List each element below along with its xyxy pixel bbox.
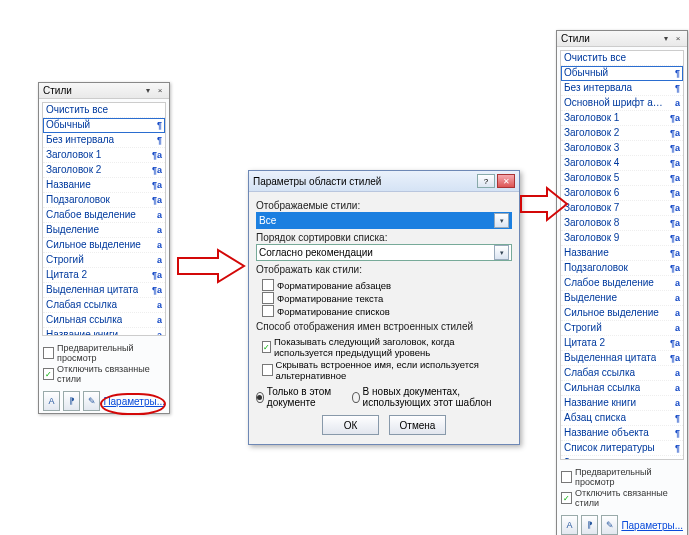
- checkbox-icon[interactable]: ✓: [561, 492, 572, 504]
- disable-linked-checkbox-row[interactable]: ✓ Отключить связанные стили: [561, 488, 683, 508]
- style-row[interactable]: Название объекта¶: [561, 426, 683, 441]
- chk-text-formatting[interactable]: Форматирование текста: [262, 292, 512, 304]
- style-type-icon: a: [148, 239, 162, 251]
- checkbox-icon[interactable]: ✓: [43, 368, 54, 380]
- style-row[interactable]: Очистить все: [43, 103, 165, 118]
- style-row[interactable]: Заголовок 6¶a: [561, 186, 683, 201]
- style-row[interactable]: Список литературы¶: [561, 441, 683, 456]
- styles-pane-right: Стили ▾ × Очистить всеОбычный¶Без интерв…: [556, 30, 688, 535]
- styles-list[interactable]: Очистить всеОбычный¶Без интервала¶Заголо…: [42, 102, 166, 336]
- style-row[interactable]: Обычный¶: [43, 118, 165, 133]
- dialog-close-button[interactable]: ✕: [497, 174, 515, 188]
- pane-menu-icon[interactable]: ▾: [143, 86, 153, 96]
- manage-styles-button[interactable]: ✎: [83, 391, 100, 411]
- style-row[interactable]: Заголовок 5¶a: [561, 171, 683, 186]
- style-row[interactable]: Обычный¶: [561, 66, 683, 81]
- style-name: Заголовок 2: [564, 127, 619, 139]
- style-row[interactable]: Заголовок 2¶a: [43, 163, 165, 178]
- style-row[interactable]: Выделенная цитата¶a: [43, 283, 165, 298]
- style-row[interactable]: Заголовок 3¶a: [561, 141, 683, 156]
- options-link[interactable]: Параметры...: [621, 520, 683, 531]
- style-row[interactable]: Название¶a: [561, 246, 683, 261]
- cancel-button[interactable]: Отмена: [389, 415, 446, 435]
- style-row[interactable]: Слабое выделениеa: [43, 208, 165, 223]
- style-row[interactable]: Заголовок 1¶a: [561, 111, 683, 126]
- style-row[interactable]: Выделениеa: [43, 223, 165, 238]
- style-row[interactable]: Без интервала¶: [561, 81, 683, 96]
- style-inspector-button[interactable]: ⁋: [581, 515, 598, 535]
- checkbox-icon[interactable]: ✓: [262, 341, 271, 353]
- radio-icon[interactable]: [352, 392, 360, 403]
- style-row[interactable]: Очистить все: [561, 51, 683, 66]
- style-row[interactable]: Выделенная цитата¶a: [561, 351, 683, 366]
- radio-new-documents[interactable]: В новых документах, использующих этот ша…: [352, 386, 512, 408]
- style-row[interactable]: Название¶a: [43, 178, 165, 193]
- style-row[interactable]: Цитата 2¶a: [561, 336, 683, 351]
- style-name: Подзаголовок: [46, 194, 110, 206]
- style-inspector-button[interactable]: ⁋: [63, 391, 80, 411]
- disable-linked-checkbox-row[interactable]: ✓ Отключить связанные стили: [43, 364, 165, 384]
- style-type-icon: a: [666, 382, 680, 394]
- preview-checkbox-row[interactable]: Предварительный просмотр: [43, 343, 165, 363]
- chk-paragraph-formatting[interactable]: Форматирование абзацев: [262, 279, 512, 291]
- preview-checkbox-row[interactable]: Предварительный просмотр: [561, 467, 683, 487]
- checkbox-icon[interactable]: [262, 279, 274, 291]
- style-row[interactable]: Заголовок оглавления¶: [561, 456, 683, 460]
- new-style-button[interactable]: A: [43, 391, 60, 411]
- style-row[interactable]: Название книгиa: [43, 328, 165, 336]
- style-type-icon: ¶: [666, 442, 680, 454]
- style-row[interactable]: Сильное выделениеa: [43, 238, 165, 253]
- pane-titlebar[interactable]: Стили ▾ ×: [39, 83, 169, 99]
- style-row[interactable]: Заголовок 1¶a: [43, 148, 165, 163]
- dialog-help-button[interactable]: ?: [477, 174, 495, 188]
- style-row[interactable]: Основной шрифт абзацаa: [561, 96, 683, 111]
- style-name: Слабая ссылка: [46, 299, 117, 311]
- pane-menu-icon[interactable]: ▾: [661, 34, 671, 44]
- options-link[interactable]: Параметры...: [103, 396, 165, 407]
- ok-button[interactable]: ОК: [322, 415, 379, 435]
- pane-close-icon[interactable]: ×: [673, 34, 683, 44]
- chevron-down-icon[interactable]: ▾: [494, 213, 509, 228]
- checkbox-icon[interactable]: [43, 347, 54, 359]
- style-row[interactable]: Название книгиa: [561, 396, 683, 411]
- radio-icon[interactable]: [256, 392, 264, 403]
- style-row[interactable]: Сильная ссылкаa: [43, 313, 165, 328]
- style-row[interactable]: Подзаголовок¶a: [561, 261, 683, 276]
- style-row[interactable]: Сильное выделениеa: [561, 306, 683, 321]
- style-row[interactable]: Цитата 2¶a: [43, 268, 165, 283]
- dialog-titlebar[interactable]: Параметры области стилей ? ✕: [249, 171, 519, 192]
- style-row[interactable]: Выделениеa: [561, 291, 683, 306]
- checkbox-icon[interactable]: [262, 292, 274, 304]
- chk-show-next-heading[interactable]: ✓ Показывать следующий заголовок, когда …: [262, 336, 512, 358]
- combo-sort-order[interactable]: Согласно рекомендации ▾: [256, 244, 512, 261]
- combo-show-styles[interactable]: Все ▾: [256, 212, 512, 229]
- styles-list[interactable]: Очистить всеОбычный¶Без интервала¶Основн…: [560, 50, 684, 460]
- style-row[interactable]: Слабая ссылкаa: [43, 298, 165, 313]
- pane-titlebar[interactable]: Стили ▾ ×: [557, 31, 687, 47]
- style-row[interactable]: Подзаголовок¶a: [43, 193, 165, 208]
- style-row[interactable]: Заголовок 4¶a: [561, 156, 683, 171]
- checkbox-icon[interactable]: [561, 471, 572, 483]
- style-row[interactable]: Заголовок 2¶a: [561, 126, 683, 141]
- new-style-button[interactable]: A: [561, 515, 578, 535]
- chevron-down-icon[interactable]: ▾: [494, 245, 509, 260]
- style-row[interactable]: Заголовок 7¶a: [561, 201, 683, 216]
- style-row[interactable]: Абзац списка¶: [561, 411, 683, 426]
- style-row[interactable]: Слабая ссылкаa: [561, 366, 683, 381]
- style-row[interactable]: Заголовок 9¶a: [561, 231, 683, 246]
- checkbox-icon[interactable]: [262, 364, 273, 376]
- style-row[interactable]: Сильная ссылкаa: [561, 381, 683, 396]
- chk-list-formatting[interactable]: Форматирование списков: [262, 305, 512, 317]
- radio-this-document[interactable]: Только в этом документе: [256, 386, 342, 408]
- manage-styles-button[interactable]: ✎: [601, 515, 618, 535]
- pane-close-icon[interactable]: ×: [155, 86, 165, 96]
- style-row[interactable]: Слабое выделениеa: [561, 276, 683, 291]
- style-type-icon: a: [148, 314, 162, 326]
- chk-hide-builtin-alt[interactable]: Скрывать встроенное имя, если использует…: [262, 359, 512, 381]
- style-row[interactable]: Без интервала¶: [43, 133, 165, 148]
- checkbox-icon[interactable]: [262, 305, 274, 317]
- style-row[interactable]: Строгийa: [561, 321, 683, 336]
- style-name: Абзац списка: [564, 412, 626, 424]
- style-row[interactable]: Заголовок 8¶a: [561, 216, 683, 231]
- style-row[interactable]: Строгийa: [43, 253, 165, 268]
